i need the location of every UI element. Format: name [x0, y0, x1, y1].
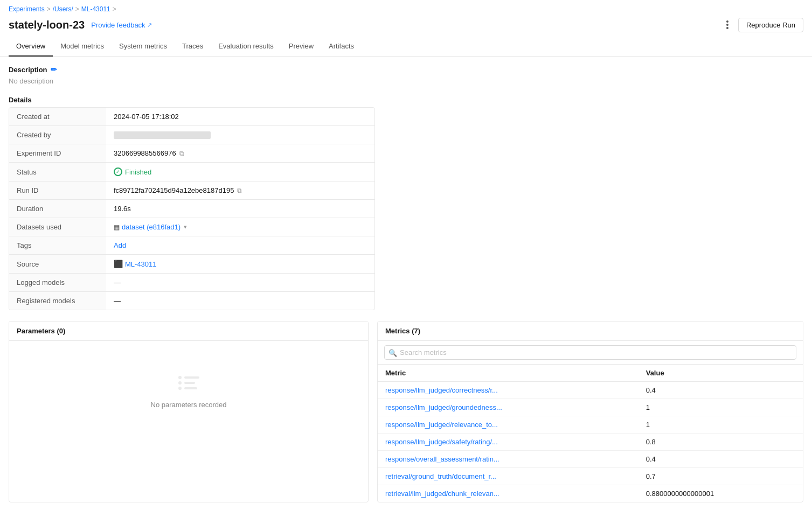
description-section: Description ✏ No description [9, 65, 803, 85]
breadcrumb-sep3: > [113, 5, 116, 13]
no-description-text: No description [9, 77, 803, 85]
tab-artifacts[interactable]: Artifacts [321, 37, 362, 57]
metrics-search-input[interactable] [384, 345, 796, 360]
value-logged-models: — [106, 274, 374, 291]
breadcrumb-run[interactable]: ML-43011 [81, 5, 110, 13]
dataset-icon: ▦ [114, 223, 120, 231]
metric-name-link[interactable]: response/llm_judged/groundedness... [385, 403, 502, 411]
metrics-table: Metric Value response/llm_judged/correct… [378, 365, 803, 502]
source-link[interactable]: ⬛ ML-43011 [114, 260, 157, 268]
breadcrumb: Experiments > /Users/ > ML-43011 > [0, 0, 812, 15]
value-duration: 19.6s [106, 200, 374, 218]
breadcrumb-sep1: > [47, 5, 51, 13]
details-row-source: Source ⬛ ML-43011 [9, 255, 374, 274]
label-duration: Duration [9, 200, 106, 218]
status-text: Finished [125, 168, 151, 176]
tab-model-metrics[interactable]: Model metrics [53, 37, 112, 57]
status-badge: Finished [114, 167, 151, 176]
metrics-panel-header: Metrics (7) [378, 322, 803, 341]
metrics-table-row: response/llm_judged/correctness/r...0.4 [378, 382, 803, 399]
value-source: ⬛ ML-43011 [106, 255, 374, 273]
metric-name-cell: retrieval/ground_truth/document_r... [378, 468, 639, 485]
page-title: stately-loon-23 [9, 19, 85, 31]
svg-point-4 [178, 387, 182, 390]
page-header-left: stately-loon-23 Provide feedback ↗ [9, 19, 152, 31]
status-finished-icon [114, 167, 122, 176]
tab-system-metrics[interactable]: System metrics [112, 37, 175, 57]
details-row-run-id: Run ID fc89712fa702415d94a12ebe8187d195 … [9, 181, 374, 200]
metric-name-cell: response/llm_judged/relevance_to... [378, 416, 639, 434]
tab-preview[interactable]: Preview [281, 37, 321, 57]
details-section: Details Created at 2024-07-05 17:18:02 C… [9, 96, 803, 310]
details-title: Details [9, 96, 803, 104]
label-datasets: Datasets used [9, 218, 106, 236]
breadcrumb-experiments[interactable]: Experiments [9, 5, 45, 13]
parameters-panel: Parameters (0) No parameters recorded [9, 321, 369, 502]
feedback-link[interactable]: Provide feedback ↗ [91, 21, 151, 29]
label-experiment-id: Experiment ID [9, 144, 106, 162]
value-tags: Add [106, 236, 374, 254]
metrics-table-row: response/llm_judged/groundedness...1 [378, 399, 803, 416]
metric-name-link[interactable]: retrieval/llm_judged/chunk_relevan... [385, 490, 499, 498]
tab-traces[interactable]: Traces [175, 37, 211, 57]
add-tag-link[interactable]: Add [114, 241, 126, 249]
details-row-created-at: Created at 2024-07-05 17:18:02 [9, 108, 374, 126]
breadcrumb-users[interactable]: /Users/ [53, 5, 73, 13]
source-icon: ⬛ [114, 260, 123, 268]
copy-experiment-id-icon[interactable]: ⧉ [179, 150, 184, 157]
external-link-icon: ↗ [147, 22, 152, 29]
reproduce-run-button[interactable]: Reproduce Run [738, 18, 803, 32]
empty-parameters: No parameters recorded [9, 341, 368, 441]
details-row-registered-models: Registered models — [9, 292, 374, 310]
dataset-link[interactable]: ▦ dataset (e816fad1) [114, 223, 181, 231]
label-run-id: Run ID [9, 181, 106, 199]
svg-point-0 [178, 376, 182, 379]
value-run-id: fc89712fa702415d94a12ebe8187d195 ⧉ [106, 181, 374, 199]
description-title: Description ✏ [9, 65, 803, 74]
svg-point-2 [178, 381, 182, 385]
metric-value-cell: 0.7 [639, 468, 803, 485]
label-created-at: Created at [9, 108, 106, 125]
metrics-col-value: Value [639, 365, 803, 382]
details-row-logged-models: Logged models — [9, 274, 374, 292]
metric-name-cell: response/llm_judged/safety/rating/... [378, 434, 639, 451]
copy-run-id-icon[interactable]: ⧉ [237, 187, 242, 194]
metric-name-cell: retrieval/llm_judged/chunk_relevan... [378, 485, 639, 502]
details-row-duration: Duration 19.6s [9, 200, 374, 218]
metrics-table-row: response/llm_judged/relevance_to...1 [378, 416, 803, 434]
metric-value-cell: 1 [639, 399, 803, 416]
metrics-table-row: response/llm_judged/safety/rating/...0.8 [378, 434, 803, 451]
edit-description-icon[interactable]: ✏ [51, 65, 57, 74]
tab-evaluation-results[interactable]: Evaluation results [211, 37, 281, 57]
details-row-status: Status Finished [9, 163, 374, 181]
label-logged-models: Logged models [9, 274, 106, 291]
value-created-at: 2024-07-05 17:18:02 [106, 108, 374, 125]
metric-name-link[interactable]: retrieval/ground_truth/document_r... [385, 472, 496, 480]
metric-value-cell: 0.8 [639, 434, 803, 451]
value-status: Finished [106, 163, 374, 181]
empty-params-text: No parameters recorded [151, 401, 227, 409]
svg-rect-1 [184, 376, 199, 379]
metric-name-link[interactable]: response/llm_judged/safety/rating/... [385, 438, 498, 446]
metric-name-link[interactable]: response/overall_assessment/ratin... [385, 455, 499, 463]
details-table: Created at 2024-07-05 17:18:02 Created b… [9, 107, 375, 310]
metrics-table-row: response/overall_assessment/ratin...0.4 [378, 451, 803, 468]
metric-name-cell: response/overall_assessment/ratin... [378, 451, 639, 468]
details-row-tags: Tags Add [9, 236, 374, 255]
metric-name-link[interactable]: response/llm_judged/correctness/r... [385, 386, 498, 394]
parameters-panel-header: Parameters (0) [9, 322, 368, 341]
details-row-experiment-id: Experiment ID 3206699885566976 ⧉ [9, 144, 374, 163]
bottom-panels: Parameters (0) No parameters recorded [9, 321, 803, 502]
page-header-right: Reproduce Run [721, 17, 803, 32]
value-datasets: ▦ dataset (e816fad1) ▾ [106, 218, 374, 236]
value-experiment-id: 3206699885566976 ⧉ [106, 144, 374, 162]
metrics-table-row: retrieval/llm_judged/chunk_relevan...0.8… [378, 485, 803, 502]
search-wrapper: 🔍 [384, 345, 796, 360]
empty-params-icon [176, 373, 202, 394]
label-created-by: Created by [9, 126, 106, 144]
value-created-by [106, 126, 374, 144]
more-options-button[interactable] [721, 17, 734, 32]
metric-name-link[interactable]: response/llm_judged/relevance_to... [385, 421, 498, 429]
tab-overview[interactable]: Overview [9, 37, 53, 57]
details-row-created-by: Created by [9, 126, 374, 144]
